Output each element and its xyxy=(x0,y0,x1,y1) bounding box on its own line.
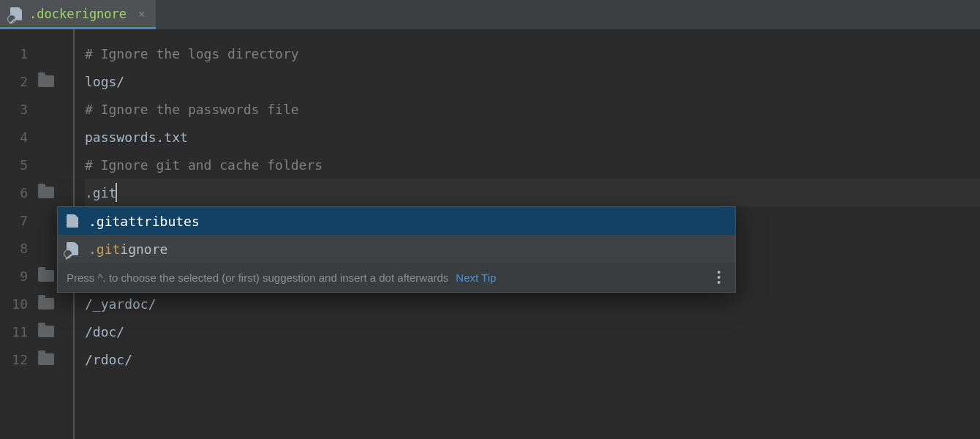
folder-icon xyxy=(38,353,54,365)
code-line[interactable]: /rdoc/ xyxy=(85,345,980,373)
file-icon xyxy=(67,214,78,228)
line-number: 9 xyxy=(0,269,35,284)
code-line[interactable]: .git xyxy=(85,179,980,206)
code-line[interactable]: logs/ xyxy=(85,67,980,95)
ignore-file-icon xyxy=(10,7,22,20)
line-number: 1 xyxy=(0,46,35,61)
code-line[interactable]: # Ignore the logs directory xyxy=(85,40,980,67)
editor-tab-dockerignore[interactable]: .dockerignore ✕ xyxy=(0,0,156,29)
completion-hint-bar: Press ^. to choose the selected (or firs… xyxy=(58,263,735,292)
completion-item[interactable]: .gitattributes xyxy=(58,207,735,235)
gutter-row: 11 xyxy=(0,318,73,345)
completion-label: .gitignore xyxy=(88,241,167,257)
gutter-row: 4 xyxy=(0,123,73,151)
text-cursor xyxy=(116,183,117,202)
gutter-row: 2 xyxy=(0,67,73,95)
folder-icon xyxy=(38,75,54,87)
ignore-file-icon xyxy=(67,242,78,255)
close-icon[interactable]: ✕ xyxy=(138,7,146,20)
line-number: 3 xyxy=(0,102,35,117)
gutter-row: 6 xyxy=(0,179,73,206)
code-text: # Ignore git and cache folders xyxy=(85,157,323,173)
code-line[interactable]: passwords.txt xyxy=(85,123,980,151)
line-number: 7 xyxy=(0,213,35,228)
code-text: /rdoc/ xyxy=(85,352,132,367)
line-number: 4 xyxy=(0,130,35,145)
line-number: 6 xyxy=(0,185,35,200)
code-line[interactable]: /doc/ xyxy=(85,318,980,345)
completion-popup: .gitattributes.gitignore Press ^. to cho… xyxy=(57,206,736,293)
more-options-icon[interactable] xyxy=(712,270,726,285)
tab-bar: .dockerignore ✕ xyxy=(0,0,980,29)
tab-filename: .dockerignore xyxy=(29,7,127,21)
hint-text: Press ^. to choose the selected (or firs… xyxy=(67,271,448,284)
code-text: # Ignore the logs directory xyxy=(85,46,299,61)
line-number: 2 xyxy=(0,74,35,89)
code-text: .git xyxy=(85,185,116,200)
line-number: 11 xyxy=(0,324,35,339)
line-number: 5 xyxy=(0,157,35,173)
line-number: 10 xyxy=(0,296,35,312)
code-line[interactable]: /_yardoc/ xyxy=(85,290,980,318)
code-text: logs/ xyxy=(85,74,124,89)
gutter-row: 5 xyxy=(0,151,73,179)
gutter-row: 1 xyxy=(0,40,73,67)
code-text: # Ignore the passwords file xyxy=(85,102,299,117)
line-number: 12 xyxy=(0,352,35,367)
folder-icon xyxy=(38,326,54,337)
next-tip-link[interactable]: Next Tip xyxy=(456,271,496,284)
folder-icon xyxy=(38,298,54,309)
gutter-row: 12 xyxy=(0,345,73,373)
code-line[interactable]: # Ignore git and cache folders xyxy=(85,151,980,179)
code-text: /_yardoc/ xyxy=(85,296,157,312)
completion-label: .gitattributes xyxy=(88,214,200,229)
line-number: 8 xyxy=(0,241,35,256)
code-text: /doc/ xyxy=(85,324,124,339)
gutter-row: 10 xyxy=(0,290,73,318)
completion-item[interactable]: .gitignore xyxy=(58,235,735,263)
gutter-row: 3 xyxy=(0,95,73,123)
code-line[interactable]: # Ignore the passwords file xyxy=(85,95,980,123)
folder-icon xyxy=(38,187,54,198)
code-text: passwords.txt xyxy=(85,130,188,145)
folder-icon xyxy=(38,270,54,282)
